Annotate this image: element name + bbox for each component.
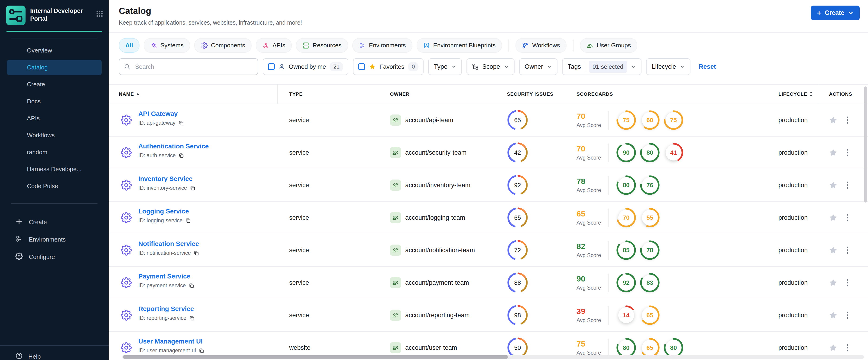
entity-name-link[interactable]: Payment Service	[138, 273, 194, 280]
scorecard-ring[interactable]: 65	[640, 337, 660, 358]
copy-icon[interactable]	[193, 250, 199, 256]
scorecard-ring[interactable]: 75	[616, 110, 637, 130]
row-menu-kebab-icon[interactable]	[845, 212, 850, 223]
copy-icon[interactable]	[199, 348, 204, 354]
row-menu-kebab-icon[interactable]	[845, 309, 850, 321]
type-filter-dropdown[interactable]: Type	[428, 58, 462, 75]
row-menu-kebab-icon[interactable]	[845, 342, 850, 353]
favorite-star-icon[interactable]	[829, 181, 837, 189]
owner-name[interactable]: account/inventory-team	[405, 182, 470, 189]
sidebar-item-create[interactable]: Create	[7, 77, 102, 92]
scorecard-ring[interactable]: 60	[640, 110, 660, 130]
tab-apis[interactable]: APIs	[256, 38, 292, 53]
scorecard-ring[interactable]: 76	[640, 175, 660, 195]
owner-name[interactable]: account/reporting-team	[405, 312, 470, 319]
column-header-type[interactable]: TYPE	[289, 85, 303, 103]
scorecard-ring[interactable]: 92	[616, 272, 637, 293]
sidebar-item-overview[interactable]: Overview	[7, 43, 102, 58]
sidebar-item-create[interactable]: Create	[7, 214, 102, 231]
owner-name[interactable]: account/payment-team	[405, 279, 469, 287]
owner-filter-dropdown[interactable]: Owner	[519, 58, 558, 75]
scope-filter-dropdown[interactable]: Scope	[466, 58, 515, 75]
row-menu-kebab-icon[interactable]	[845, 245, 850, 256]
entity-name-link[interactable]: Authentication Service	[138, 143, 209, 150]
entity-name-link[interactable]: Reporting Service	[138, 305, 195, 312]
scorecard-ring[interactable]: 55	[640, 207, 660, 228]
scorecard-ring[interactable]: 70	[616, 207, 637, 228]
row-menu-kebab-icon[interactable]	[845, 277, 850, 288]
scorecard-ring[interactable]: 90	[616, 142, 637, 163]
owner-name[interactable]: account/logging-team	[405, 214, 465, 221]
entity-name-link[interactable]: Notification Service	[138, 240, 199, 248]
lifecycle-filter-dropdown[interactable]: Lifecycle	[646, 58, 690, 75]
copy-icon[interactable]	[178, 120, 184, 126]
vertical-scrollbar[interactable]	[864, 86, 867, 203]
owner-name[interactable]: account/user-team	[405, 344, 457, 352]
scorecard-ring[interactable]: 83	[640, 272, 660, 293]
entity-name-link[interactable]: API Gateway	[138, 110, 184, 118]
copy-icon[interactable]	[185, 218, 191, 223]
sidebar-item-random[interactable]: random	[7, 145, 102, 160]
favorite-star-icon[interactable]	[829, 148, 837, 157]
owned-by-me-filter[interactable]: Owned by me 21	[263, 58, 348, 75]
scorecard-ring[interactable]: 85	[616, 240, 637, 260]
entity-name-link[interactable]: User Management UI	[138, 338, 204, 345]
tab-resources[interactable]: Resources	[296, 38, 348, 53]
sidebar-item-environments[interactable]: Environments	[7, 231, 102, 248]
sidebar-item-catalog[interactable]: Catalog	[7, 60, 102, 75]
horizontal-scrollbar-thumb[interactable]	[123, 355, 508, 359]
tab-all[interactable]: All	[119, 38, 140, 53]
sidebar-item-help[interactable]: Help	[0, 345, 108, 360]
column-header-lifecycle[interactable]: LIFECYCLE	[778, 85, 813, 103]
entity-name-link[interactable]: Inventory Service	[138, 175, 195, 183]
sidebar-item-configure[interactable]: Configure	[7, 249, 102, 265]
scorecard-ring[interactable]: 65	[640, 305, 660, 325]
favorite-star-icon[interactable]	[829, 311, 837, 319]
scorecard-ring[interactable]: 80	[616, 175, 637, 195]
copy-icon[interactable]	[190, 185, 195, 191]
copy-icon[interactable]	[189, 316, 195, 321]
scorecard-ring[interactable]: 80	[640, 142, 660, 163]
sidebar-item-workflows[interactable]: Workflows	[7, 127, 102, 143]
favorite-star-icon[interactable]	[829, 246, 837, 254]
favorite-star-icon[interactable]	[829, 343, 837, 352]
entity-name-link[interactable]: Logging Service	[138, 208, 191, 215]
column-header-scorecards[interactable]: SCORECARDS	[577, 85, 613, 103]
scorecard-ring[interactable]: 75	[663, 110, 684, 130]
copy-icon[interactable]	[179, 153, 184, 158]
sidebar-item-code-pulse[interactable]: Code Pulse	[7, 178, 102, 194]
tab-systems[interactable]: Systems	[144, 38, 190, 53]
tab-components[interactable]: Components	[194, 38, 252, 53]
search-box[interactable]	[119, 58, 258, 75]
owner-name[interactable]: account/notification-team	[405, 247, 475, 254]
scorecard-ring[interactable]: 80	[663, 337, 684, 358]
tab-environments[interactable]: Environments	[352, 38, 412, 53]
sidebar-item-harness-develope-[interactable]: Harness Develope...	[7, 161, 102, 177]
sidebar-item-apis[interactable]: APIs	[7, 111, 102, 126]
favorite-star-icon[interactable]	[829, 116, 837, 124]
app-grid-icon[interactable]	[96, 6, 103, 19]
reset-filters-link[interactable]: Reset	[699, 63, 716, 70]
tab-user-groups[interactable]: User Groups	[580, 38, 637, 53]
row-menu-kebab-icon[interactable]	[845, 147, 850, 158]
row-menu-kebab-icon[interactable]	[845, 115, 850, 126]
column-header-name[interactable]: NAME	[119, 85, 140, 103]
tab-workflows[interactable]: Workflows	[516, 38, 566, 53]
favorites-checkbox[interactable]	[358, 63, 365, 70]
column-header-security-issues[interactable]: SECURITY ISSUES	[507, 85, 554, 103]
copy-icon[interactable]	[189, 283, 194, 289]
sidebar-item-docs[interactable]: Docs	[7, 94, 102, 109]
row-menu-kebab-icon[interactable]	[845, 180, 850, 191]
horizontal-scrollbar[interactable]	[123, 355, 864, 359]
tab-environment-blueprints[interactable]: Environment Blueprints	[416, 38, 502, 53]
column-header-owner[interactable]: OWNER	[390, 85, 410, 103]
tags-filter-dropdown[interactable]: Tags 01 selected	[562, 58, 642, 75]
owner-name[interactable]: account/api-team	[405, 117, 453, 124]
scorecard-ring[interactable]: 80	[616, 337, 637, 358]
search-input[interactable]	[134, 63, 253, 71]
scorecard-ring[interactable]: 78	[640, 240, 660, 260]
favorites-filter[interactable]: Favorites 0	[353, 58, 424, 75]
favorite-star-icon[interactable]	[829, 213, 837, 222]
owner-name[interactable]: account/security-team	[405, 149, 466, 156]
scorecard-ring[interactable]: 14	[616, 305, 637, 325]
